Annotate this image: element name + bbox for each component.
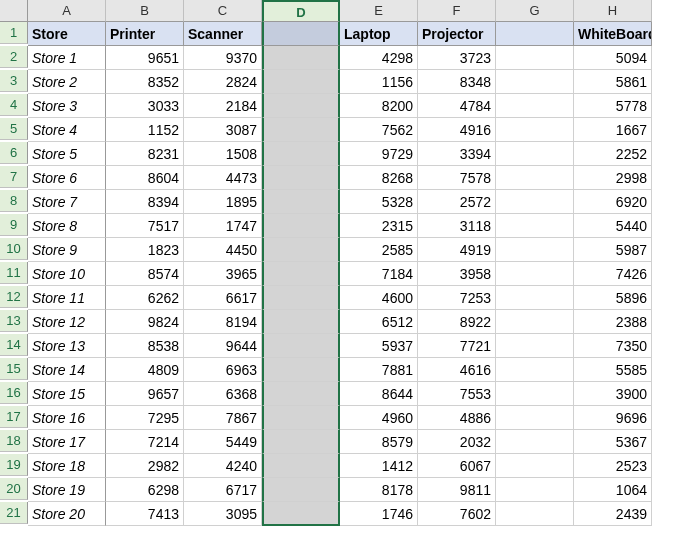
cell-E5[interactable]: 7562 <box>340 118 418 142</box>
cell-A18[interactable]: Store 17 <box>28 430 106 454</box>
cell-E21[interactable]: 1746 <box>340 502 418 526</box>
header-cell-G[interactable] <box>496 22 574 46</box>
cell-F3[interactable]: 8348 <box>418 70 496 94</box>
cell-F19[interactable]: 6067 <box>418 454 496 478</box>
cell-H12[interactable]: 5896 <box>574 286 652 310</box>
cell-D14[interactable] <box>262 334 340 358</box>
col-header-E[interactable]: E <box>340 0 418 22</box>
cell-C17[interactable]: 7867 <box>184 406 262 430</box>
cell-F4[interactable]: 4784 <box>418 94 496 118</box>
cell-G7[interactable] <box>496 166 574 190</box>
cell-H9[interactable]: 5440 <box>574 214 652 238</box>
cell-E16[interactable]: 8644 <box>340 382 418 406</box>
cell-F2[interactable]: 3723 <box>418 46 496 70</box>
cell-H13[interactable]: 2388 <box>574 310 652 334</box>
cell-G4[interactable] <box>496 94 574 118</box>
cell-E2[interactable]: 4298 <box>340 46 418 70</box>
cell-C16[interactable]: 6368 <box>184 382 262 406</box>
cell-A2[interactable]: Store 1 <box>28 46 106 70</box>
cell-B7[interactable]: 8604 <box>106 166 184 190</box>
cell-E3[interactable]: 1156 <box>340 70 418 94</box>
cell-D20[interactable] <box>262 478 340 502</box>
cell-G6[interactable] <box>496 142 574 166</box>
cell-H8[interactable]: 6920 <box>574 190 652 214</box>
cell-G3[interactable] <box>496 70 574 94</box>
cell-D13[interactable] <box>262 310 340 334</box>
cell-F6[interactable]: 3394 <box>418 142 496 166</box>
cell-E19[interactable]: 1412 <box>340 454 418 478</box>
col-header-F[interactable]: F <box>418 0 496 22</box>
cell-E20[interactable]: 8178 <box>340 478 418 502</box>
cell-F11[interactable]: 3958 <box>418 262 496 286</box>
cell-B12[interactable]: 6262 <box>106 286 184 310</box>
cell-E15[interactable]: 7881 <box>340 358 418 382</box>
cell-G10[interactable] <box>496 238 574 262</box>
cell-D6[interactable] <box>262 142 340 166</box>
row-header-19[interactable]: 19 <box>0 454 28 476</box>
cell-D9[interactable] <box>262 214 340 238</box>
header-cell-F[interactable]: Projector <box>418 22 496 46</box>
cell-E6[interactable]: 9729 <box>340 142 418 166</box>
cell-E14[interactable]: 5937 <box>340 334 418 358</box>
cell-F10[interactable]: 4919 <box>418 238 496 262</box>
cell-E9[interactable]: 2315 <box>340 214 418 238</box>
cell-F12[interactable]: 7253 <box>418 286 496 310</box>
cell-A19[interactable]: Store 18 <box>28 454 106 478</box>
header-cell-A[interactable]: Store <box>28 22 106 46</box>
cell-B9[interactable]: 7517 <box>106 214 184 238</box>
cell-G15[interactable] <box>496 358 574 382</box>
cell-D15[interactable] <box>262 358 340 382</box>
header-cell-C[interactable]: Scanner <box>184 22 262 46</box>
col-header-A[interactable]: A <box>28 0 106 22</box>
cell-H2[interactable]: 5094 <box>574 46 652 70</box>
row-header-16[interactable]: 16 <box>0 382 28 404</box>
cell-D10[interactable] <box>262 238 340 262</box>
cell-G13[interactable] <box>496 310 574 334</box>
cell-B6[interactable]: 8231 <box>106 142 184 166</box>
cell-E18[interactable]: 8579 <box>340 430 418 454</box>
cell-B5[interactable]: 1152 <box>106 118 184 142</box>
cell-H14[interactable]: 7350 <box>574 334 652 358</box>
cell-F5[interactable]: 4916 <box>418 118 496 142</box>
cell-B2[interactable]: 9651 <box>106 46 184 70</box>
cell-F16[interactable]: 7553 <box>418 382 496 406</box>
cell-C4[interactable]: 2184 <box>184 94 262 118</box>
cell-A21[interactable]: Store 20 <box>28 502 106 526</box>
cell-C11[interactable]: 3965 <box>184 262 262 286</box>
cell-H20[interactable]: 1064 <box>574 478 652 502</box>
cell-D21[interactable] <box>262 502 340 526</box>
cell-A4[interactable]: Store 3 <box>28 94 106 118</box>
col-header-B[interactable]: B <box>106 0 184 22</box>
cell-G5[interactable] <box>496 118 574 142</box>
cell-F8[interactable]: 2572 <box>418 190 496 214</box>
cell-B15[interactable]: 4809 <box>106 358 184 382</box>
cell-G2[interactable] <box>496 46 574 70</box>
cell-F7[interactable]: 7578 <box>418 166 496 190</box>
cell-D5[interactable] <box>262 118 340 142</box>
cell-C6[interactable]: 1508 <box>184 142 262 166</box>
cell-A5[interactable]: Store 4 <box>28 118 106 142</box>
row-header-13[interactable]: 13 <box>0 310 28 332</box>
row-header-12[interactable]: 12 <box>0 286 28 308</box>
cell-A20[interactable]: Store 19 <box>28 478 106 502</box>
row-header-2[interactable]: 2 <box>0 46 28 68</box>
cell-E8[interactable]: 5328 <box>340 190 418 214</box>
cell-H16[interactable]: 3900 <box>574 382 652 406</box>
cell-H6[interactable]: 2252 <box>574 142 652 166</box>
cell-F20[interactable]: 9811 <box>418 478 496 502</box>
col-header-G[interactable]: G <box>496 0 574 22</box>
cell-E12[interactable]: 4600 <box>340 286 418 310</box>
cell-D19[interactable] <box>262 454 340 478</box>
cell-H3[interactable]: 5861 <box>574 70 652 94</box>
row-header-4[interactable]: 4 <box>0 94 28 116</box>
row-header-20[interactable]: 20 <box>0 478 28 500</box>
cell-C19[interactable]: 4240 <box>184 454 262 478</box>
cell-E10[interactable]: 2585 <box>340 238 418 262</box>
cell-G17[interactable] <box>496 406 574 430</box>
cell-G16[interactable] <box>496 382 574 406</box>
row-header-5[interactable]: 5 <box>0 118 28 140</box>
cell-A9[interactable]: Store 8 <box>28 214 106 238</box>
row-header-6[interactable]: 6 <box>0 142 28 164</box>
cell-F9[interactable]: 3118 <box>418 214 496 238</box>
cell-C18[interactable]: 5449 <box>184 430 262 454</box>
